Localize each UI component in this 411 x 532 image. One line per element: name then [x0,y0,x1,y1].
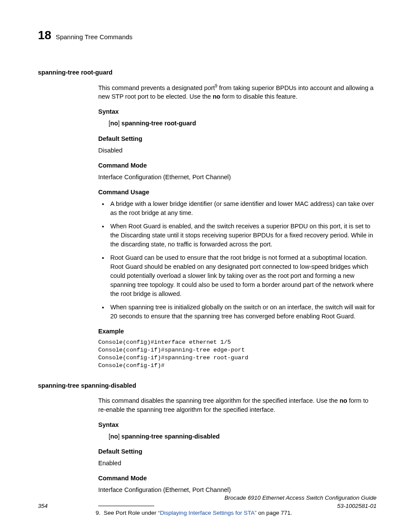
page-header: 18 Spanning Tree Commands [38,27,377,44]
page-number: 354 [38,502,48,510]
text: See Port Role under [104,510,158,516]
syntax-heading: Syntax [98,107,377,116]
text: form to disable this feature. [220,93,297,100]
example-heading: Example [98,327,377,336]
usage-item: Root Guard can be used to ensure that th… [109,253,377,299]
command-description: This command disables the spanning tree … [98,396,377,414]
default-heading: Default Setting [98,134,377,143]
syntax-text: [no] spanning-tree root-guard [109,119,377,128]
usage-item: When spanning tree is initialized global… [109,303,377,321]
command-name: spanning-tree root-guard [38,68,377,77]
chapter-number: 18 [38,27,51,44]
usage-list: A bridge with a lower bridge identifier … [98,199,377,321]
text: This command prevents a designated port [98,84,215,91]
syntax-text: [no] spanning-tree spanning-disabled [109,432,377,441]
command-section-spanning-disabled: spanning-tree spanning-disabled This com… [38,381,377,495]
text: This command disables the spanning tree … [98,397,339,404]
mode-value: Interface Configuration (Ethernet, Port … [98,485,377,495]
command-section-root-guard: spanning-tree root-guard This command pr… [38,68,377,370]
default-value: Enabled [98,459,377,468]
syntax-heading: Syntax [98,420,377,429]
command-name: spanning-tree spanning-disabled [38,381,377,390]
command-description: This command prevents a designated port9… [98,83,377,102]
footnote-number: 9. [96,510,100,516]
usage-heading: Command Usage [98,188,377,197]
footnote-link[interactable]: “Displaying Interface Settings for STA” [158,510,257,516]
chapter-title: Spanning Tree Commands [56,32,132,42]
syntax-command: spanning-tree spanning-disabled [121,433,220,440]
example-code: Console(config)#interface ethernet 1/5 C… [98,339,377,370]
mode-heading: Command Mode [98,474,377,483]
text: ] [118,120,121,127]
text: ] [118,433,121,440]
default-heading: Default Setting [98,447,377,456]
page-footer: 354 Brocade 6910 Ethernet Access Switch … [38,494,377,510]
syntax-command: spanning-tree root-guard [121,120,196,127]
text: on page 771. [256,510,292,516]
keyword-no: no [213,93,221,100]
mode-heading: Command Mode [98,161,377,170]
usage-item: When Root Guard is enabled, and the swit… [109,222,377,249]
footer-docnum: 53-1002581-01 [224,502,377,510]
keyword-no: no [110,120,118,127]
keyword-no: no [110,433,118,440]
keyword-no: no [339,397,347,404]
mode-value: Interface Configuration (Ethernet, Port … [98,173,377,182]
default-value: Disabled [98,146,377,155]
usage-item: A bridge with a lower bridge identifier … [109,199,377,218]
footer-title: Brocade 6910 Ethernet Access Switch Conf… [224,494,377,502]
